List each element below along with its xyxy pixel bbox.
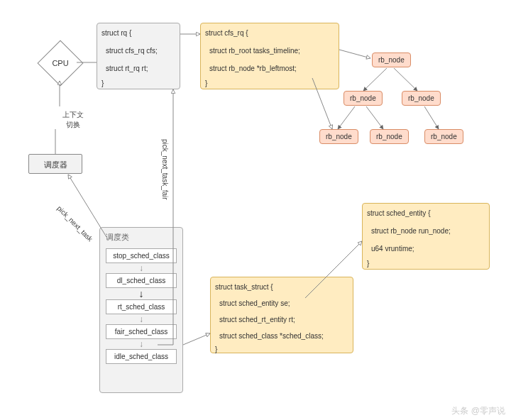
cpu-node: CPU [37,40,83,86]
watermark: 头条 @零声说 [451,405,505,417]
svg-line-2 [339,50,370,58]
arrow-down-icon: ↓ [100,263,182,273]
struct-sched-entity-box: struct sched_entity { struct rb_node run… [362,203,490,270]
struct-task-struct-box: struct task_struct { struct sched_entity… [210,277,353,353]
task-close: } [215,344,348,355]
task-open: struct task_struct { [215,282,348,292]
rq-line1: struct cfs_rq cfs; [106,45,175,56]
cfs-close: } [205,78,334,89]
task-l1: struct sched_entity se; [219,298,348,309]
rb-node-root: rb_node [372,52,411,67]
cpu-label: CPU [45,48,76,79]
rb-node-ll: rb_node [319,129,358,144]
context-switch-label: 上下文 切换 [62,110,84,130]
rq-open: struct rq { [101,28,175,38]
cfs-line1: struct rb_root tasks_timeline; [209,45,334,56]
svg-line-12 [183,333,210,345]
sched-class-fair: fair_sched_class [106,324,177,339]
svg-line-6 [338,106,355,129]
sched-class-rt: rt_sched_class [106,299,177,314]
sched-class-idle: idle_sched_class [106,349,177,364]
task-l3: struct sched_class *sched_class; [219,331,348,341]
svg-line-5 [394,68,417,91]
struct-rq-box: struct rq { struct cfs_rq cfs; struct rt… [97,23,180,89]
svg-line-4 [363,68,387,91]
rb-node-l: rb_node [344,91,383,106]
svg-line-8 [424,106,439,129]
sched-classes-title: 调度类 [100,228,182,243]
arrow-down-icon-2: ↓ [100,314,182,324]
scheduler-box: 调度器 [28,154,82,174]
se-open: struct sched_entity { [367,208,485,219]
rb-node-r: rb_node [402,91,441,106]
sched-class-stop: stop_sched_class [106,248,177,263]
cfs-line2: struct rb_node *rb_leftmost; [209,63,334,74]
struct-cfs-rq-box: struct cfs_rq { struct rb_root tasks_tim… [200,23,339,89]
svg-line-7 [366,106,383,129]
pick-next-task-label: pick_next_task [55,204,94,243]
pick-next-task-fair-label: pick_next_task_fair [161,139,169,200]
cfs-open: struct cfs_rq { [205,28,334,38]
rq-close: } [101,78,175,89]
sched-class-dl: dl_sched_class [106,273,177,288]
rb-node-rr: rb_node [424,129,463,144]
rq-line2: struct rt_rq rt; [106,63,175,74]
arrow-down-icon-3: ↓ [100,339,182,349]
task-l2: struct sched_rt_entity rt; [219,314,348,325]
scheduler-label: 调度器 [44,160,67,169]
arrow-down-bold-icon: ↓ [100,288,182,299]
se-close: } [367,258,485,269]
rb-node-lr: rb_node [370,129,409,144]
se-l2: u64 vruntime; [371,243,485,254]
sched-classes-box: 调度类 stop_sched_class ↓ dl_sched_class ↓ … [99,227,183,393]
se-l1: struct rb_node run_node; [371,226,485,236]
